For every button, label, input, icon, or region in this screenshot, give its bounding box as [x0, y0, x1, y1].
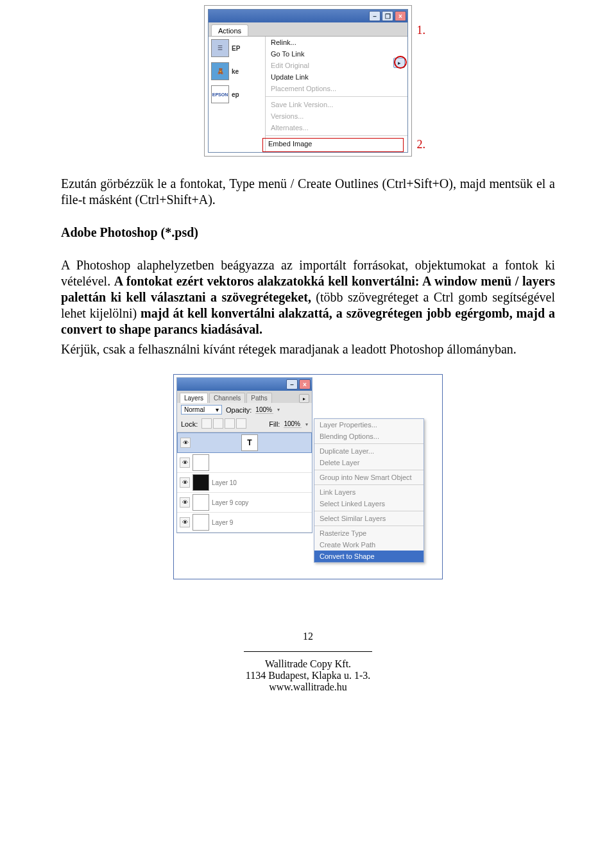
menu-alternates: Alternates...: [266, 122, 407, 133]
layer-thumbnail: [193, 494, 209, 511]
layer-item[interactable]: 👁 Layer 9: [177, 513, 312, 533]
layer-name: Layer 9 copy: [212, 499, 248, 506]
panel-flyout-button[interactable]: ▸: [299, 394, 309, 403]
menu-relink[interactable]: Relink...: [266, 37, 407, 48]
fill-label: Fill:: [269, 420, 280, 428]
visibility-toggle[interactable]: 👁: [180, 438, 191, 448]
visibility-toggle[interactable]: 👁: [180, 457, 190, 468]
chevron-down-icon[interactable]: ▾: [305, 422, 308, 427]
callout-number-1: 1.: [417, 24, 426, 37]
tab-layers[interactable]: Layers: [180, 393, 208, 403]
panel-titlebar: – ×: [177, 378, 312, 391]
visibility-toggle[interactable]: 👁: [180, 517, 190, 527]
links-thumbnail-list: ☰ EP 🧸 ke EPSON ep: [209, 37, 266, 152]
blend-mode-select[interactable]: Normal ▾: [181, 405, 222, 414]
callout-circle-1: [394, 56, 407, 69]
menu-placement-options: Placement Options...: [266, 83, 407, 94]
minimize-button[interactable]: –: [286, 379, 298, 389]
lock-label: Lock:: [181, 420, 198, 428]
opacity-label: Opacity:: [226, 406, 252, 414]
page-footer: 12 Wallitrade Copy Kft. 1134 Budapest, K…: [61, 631, 555, 693]
link-item[interactable]: EPSON ep: [209, 83, 265, 106]
callout-number-2: 2.: [417, 138, 426, 151]
chevron-down-icon: ▾: [216, 406, 219, 413]
layer-thumbnail: [193, 474, 209, 491]
link-item[interactable]: 🧸 ke: [209, 60, 265, 83]
layer-item[interactable]: 👁: [177, 453, 312, 473]
restore-button[interactable]: ❐: [382, 11, 393, 21]
menu-rasterize-type[interactable]: Rasterize Type: [314, 527, 424, 539]
link-label: ep: [232, 91, 239, 98]
visibility-toggle[interactable]: 👁: [180, 497, 190, 508]
layer-context-menu: Layer Properties... Blending Options... …: [314, 418, 424, 563]
menu-link-layers[interactable]: Link Layers: [314, 486, 424, 498]
paragraph: A Photoshop alaphelyzetben beágyazza az …: [61, 257, 555, 338]
menu-update-link[interactable]: Update Link: [266, 71, 407, 83]
panel-flyout-menu: Relink... Go To Link Edit Original Updat…: [266, 37, 407, 152]
menu-separator: [314, 484, 424, 485]
minimize-button[interactable]: –: [369, 11, 381, 21]
menu-edit-original: Edit Original: [266, 60, 407, 71]
paragraph: Kérjük, csak a felhasználni kívánt réteg…: [61, 341, 555, 357]
chevron-down-icon[interactable]: ▾: [277, 407, 280, 413]
layer-item[interactable]: 👁 Layer 10: [177, 473, 312, 493]
page-number: 12: [61, 631, 555, 642]
menu-select-similar[interactable]: Select Similar Layers: [314, 513, 424, 524]
opacity-value[interactable]: 100%: [255, 406, 273, 414]
layer-item[interactable]: 👁 T: [177, 432, 312, 453]
layer-thumbnail: [193, 514, 209, 531]
menu-separator: [314, 443, 424, 444]
type-layer-icon: T: [241, 434, 258, 451]
link-label: EP: [232, 45, 240, 52]
menu-save-link-version: Save Link Version...: [266, 99, 407, 110]
layer-list: 👁 T 👁 👁 Layer 10 👁: [177, 432, 312, 533]
footer-separator: [244, 651, 372, 652]
menu-convert-to-shape[interactable]: Convert to Shape: [314, 551, 424, 562]
menu-group-smart-object[interactable]: Group into New Smart Object: [314, 472, 424, 483]
menu-go-to-link[interactable]: Go To Link: [266, 48, 407, 60]
menu-separator: [314, 511, 424, 511]
footer-line: 1134 Budapest, Klapka u. 1-3.: [61, 670, 555, 681]
tab-channels[interactable]: Channels: [209, 393, 245, 403]
photoshop-layers-panel-figure: – × Layers Channels Paths ▸ Normal ▾ Opa…: [173, 374, 443, 579]
menu-embed-image[interactable]: Embed Image: [263, 139, 403, 150]
menu-separator: [314, 525, 424, 526]
close-button[interactable]: ×: [395, 11, 406, 21]
menu-separator: [266, 135, 407, 136]
indesign-links-panel-figure: – ❐ × Actions ▸ ☰ EP: [204, 5, 412, 157]
link-item[interactable]: ☰ EP: [209, 37, 265, 60]
close-button[interactable]: ×: [299, 379, 311, 389]
footer-line: www.wallitrade.hu: [61, 681, 555, 693]
blend-mode-value: Normal: [184, 406, 205, 413]
menu-duplicate-layer[interactable]: Duplicate Layer...: [314, 445, 424, 457]
layer-thumbnail: [193, 454, 209, 471]
menu-select-linked[interactable]: Select Linked Layers: [314, 498, 424, 509]
paragraph: Ezután görbézzük le a fontokat, Type men…: [61, 176, 555, 208]
menu-separator: [314, 470, 424, 470]
link-label: ke: [232, 68, 239, 75]
callout-rect-2: Embed Image: [262, 138, 404, 152]
tab-actions[interactable]: Actions: [211, 24, 248, 36]
menu-blending-options[interactable]: Blending Options...: [314, 431, 424, 442]
fill-value[interactable]: 100%: [284, 420, 302, 428]
menu-versions: Versions...: [266, 110, 407, 122]
heading-adobe-photoshop: Adobe Photoshop (*.psd): [61, 225, 555, 241]
tab-paths[interactable]: Paths: [246, 393, 272, 403]
visibility-toggle[interactable]: 👁: [180, 477, 190, 488]
layer-name: Layer 9: [212, 519, 233, 526]
menu-separator: [266, 96, 407, 97]
menu-layer-properties[interactable]: Layer Properties...: [314, 419, 424, 431]
panel-titlebar: – ❐ ×: [209, 10, 407, 22]
menu-create-work-path[interactable]: Create Work Path: [314, 539, 424, 551]
layer-item[interactable]: 👁 Layer 9 copy: [177, 493, 312, 513]
footer-line: Wallitrade Copy Kft.: [61, 658, 555, 670]
layer-name: Layer 10: [212, 479, 237, 486]
lock-buttons[interactable]: [201, 418, 248, 430]
menu-delete-layer[interactable]: Delete Layer: [314, 457, 424, 468]
